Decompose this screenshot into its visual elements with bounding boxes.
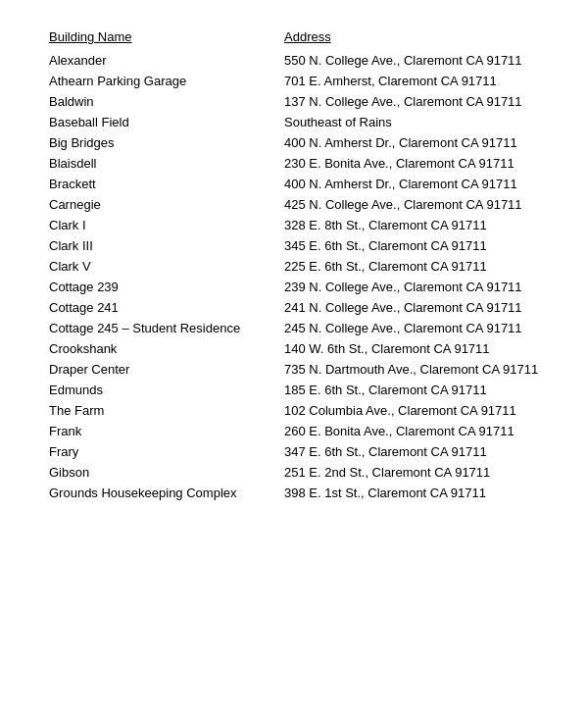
table-row: Cottage 239239 N. College Ave., Claremon… — [49, 277, 539, 297]
building-name-cell: Frary — [49, 444, 284, 459]
building-name-cell: Big Bridges — [49, 135, 284, 150]
address-cell: 550 N. College Ave., Claremont CA 91711 — [284, 53, 539, 68]
table-row: Gibson251 E. 2nd St., Claremont CA 91711 — [49, 462, 539, 483]
building-name-cell: Gibson — [49, 465, 284, 480]
address-cell: 735 N. Dartmouth Ave., Claremont CA 9171… — [284, 362, 539, 377]
table-row: Frary347 E. 6th St., Claremont CA 91711 — [49, 441, 539, 462]
address-cell: 239 N. College Ave., Claremont CA 91711 — [284, 280, 539, 294]
address-cell: 230 E. Bonita Ave., Claremont CA 91711 — [284, 156, 539, 171]
table-row: Baseball FieldSoutheast of Rains — [49, 112, 539, 132]
building-name-cell: Cottage 241 — [49, 300, 284, 315]
address-cell: 400 N. Amherst Dr., Claremont CA 91711 — [284, 177, 539, 191]
table-row: The Farm102 Columbia Ave., Claremont CA … — [49, 400, 539, 421]
page: Building Name Address Alexander550 N. Co… — [0, 0, 588, 533]
building-name-cell: Frank — [49, 424, 284, 438]
table-row: Athearn Parking Garage701 E. Amherst, Cl… — [49, 71, 539, 91]
table-body: Alexander550 N. College Ave., Claremont … — [49, 50, 539, 503]
address-cell: 102 Columbia Ave., Claremont CA 91711 — [284, 403, 539, 418]
building-name-cell: Cottage 245 – Student Residence — [49, 321, 284, 335]
address-cell: 345 E. 6th St., Claremont CA 91711 — [284, 238, 539, 253]
address-cell: 140 W. 6th St., Claremont CA 91711 — [284, 341, 539, 356]
building-name-cell: Cottage 239 — [49, 280, 284, 294]
table-row: Draper Center735 N. Dartmouth Ave., Clar… — [49, 359, 539, 380]
table-row: Baldwin137 N. College Ave., Claremont CA… — [49, 91, 539, 112]
address-cell: 245 N. College Ave., Claremont CA 91711 — [284, 321, 539, 335]
address-cell: 225 E. 6th St., Claremont CA 91711 — [284, 259, 539, 274]
table-row: Edmunds185 E. 6th St., Claremont CA 9171… — [49, 380, 539, 400]
table-row: Grounds Housekeeping Complex398 E. 1st S… — [49, 483, 539, 503]
building-name-cell: Carnegie — [49, 197, 284, 212]
address-cell: Southeast of Rains — [284, 115, 539, 129]
address-cell: 241 N. College Ave., Claremont CA 91711 — [284, 300, 539, 315]
table-row: Frank260 E. Bonita Ave., Claremont CA 91… — [49, 421, 539, 441]
address-cell: 260 E. Bonita Ave., Claremont CA 91711 — [284, 424, 539, 438]
building-name-cell: Edmunds — [49, 383, 284, 397]
table-row: Big Bridges400 N. Amherst Dr., Claremont… — [49, 132, 539, 153]
building-name-cell: Baldwin — [49, 94, 284, 109]
building-name-cell: Baseball Field — [49, 115, 284, 129]
building-name-cell: Clark I — [49, 218, 284, 232]
table-row: Crookshank140 W. 6th St., Claremont CA 9… — [49, 338, 539, 359]
table-row: Clark III345 E. 6th St., Claremont CA 91… — [49, 235, 539, 256]
building-name-cell: The Farm — [49, 403, 284, 418]
building-name-cell: Brackett — [49, 177, 284, 191]
building-name-cell: Clark III — [49, 238, 284, 253]
building-name-cell: Crookshank — [49, 341, 284, 356]
table-row: Carnegie425 N. College Ave., Claremont C… — [49, 194, 539, 215]
building-name-cell: Blaisdell — [49, 156, 284, 171]
column-header-address: Address — [284, 29, 539, 44]
address-cell: 425 N. College Ave., Claremont CA 91711 — [284, 197, 539, 212]
address-cell: 701 E. Amherst, Claremont CA 91711 — [284, 74, 539, 88]
address-cell: 347 E. 6th St., Claremont CA 91711 — [284, 444, 539, 459]
address-cell: 251 E. 2nd St., Claremont CA 91711 — [284, 465, 539, 480]
building-table: Building Name Address Alexander550 N. Co… — [49, 29, 539, 503]
table-header-row: Building Name Address — [49, 29, 539, 44]
table-row: Blaisdell230 E. Bonita Ave., Claremont C… — [49, 153, 539, 174]
address-cell: 328 E. 8th St., Claremont CA 91711 — [284, 218, 539, 232]
table-row: Brackett400 N. Amherst Dr., Claremont CA… — [49, 174, 539, 194]
table-row: Cottage 245 – Student Residence245 N. Co… — [49, 318, 539, 338]
building-name-cell: Grounds Housekeeping Complex — [49, 486, 284, 500]
address-cell: 137 N. College Ave., Claremont CA 91711 — [284, 94, 539, 109]
table-row: Clark I328 E. 8th St., Claremont CA 9171… — [49, 215, 539, 235]
address-cell: 398 E. 1st St., Claremont CA 91711 — [284, 486, 539, 500]
address-cell: 400 N. Amherst Dr., Claremont CA 91711 — [284, 135, 539, 150]
building-name-cell: Athearn Parking Garage — [49, 74, 284, 88]
building-name-cell: Alexander — [49, 53, 284, 68]
table-row: Clark V225 E. 6th St., Claremont CA 9171… — [49, 256, 539, 277]
address-cell: 185 E. 6th St., Claremont CA 91711 — [284, 383, 539, 397]
table-row: Cottage 241241 N. College Ave., Claremon… — [49, 297, 539, 318]
column-header-building: Building Name — [49, 29, 284, 44]
building-name-cell: Clark V — [49, 259, 284, 274]
table-row: Alexander550 N. College Ave., Claremont … — [49, 50, 539, 71]
building-name-cell: Draper Center — [49, 362, 284, 377]
